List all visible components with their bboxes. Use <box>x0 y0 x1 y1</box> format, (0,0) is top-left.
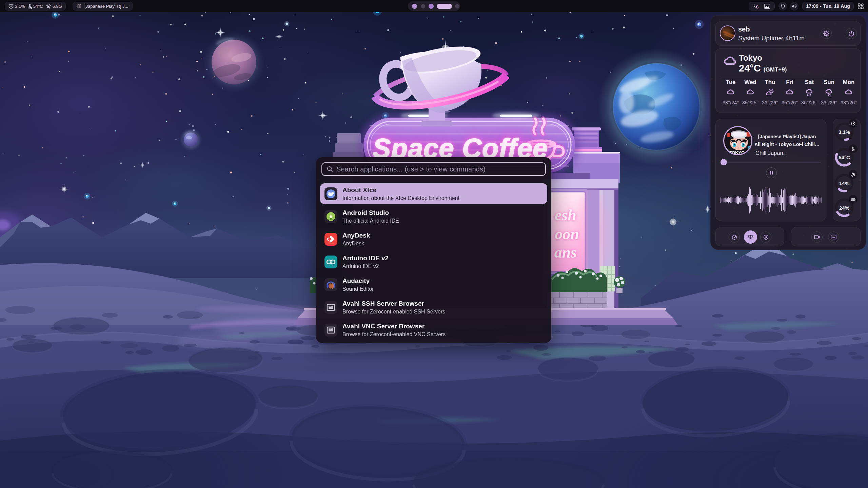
svg-text:ans: ans <box>554 244 577 261</box>
svg-text:C: C <box>756 5 759 9</box>
svg-text:esh: esh <box>555 206 576 224</box>
svg-text:oon: oon <box>555 225 579 243</box>
